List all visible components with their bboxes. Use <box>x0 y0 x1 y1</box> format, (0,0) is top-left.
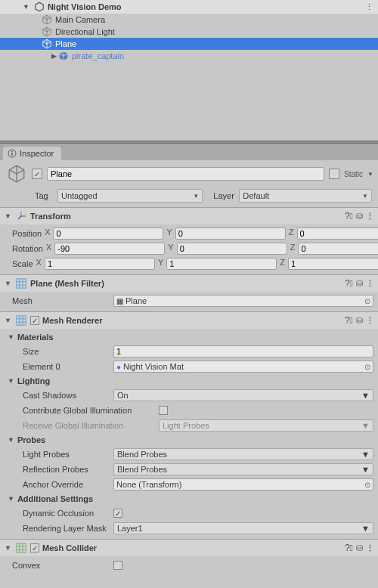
svg-rect-4 <box>17 316 26 325</box>
tab-inspector[interactable]: Inspector <box>3 147 61 160</box>
y-label: Y <box>166 227 172 240</box>
x-label: X <box>46 243 51 255</box>
additional-section[interactable]: ▼Additional Settings <box>5 492 373 506</box>
layer-value: Default <box>243 191 269 200</box>
svg-rect-3 <box>17 279 26 288</box>
component-mesh-renderer: ▼ Mesh Renderer ?⃝ ⛁ ⋮ ▼Materials Size E… <box>0 311 378 539</box>
component-title: Plane (Mesh Filter) <box>30 279 342 288</box>
dynamic-occlusion-checkbox[interactable] <box>113 509 122 518</box>
tag-label: Tag <box>35 191 54 200</box>
mesh-filter-header[interactable]: ▼ Plane (Mesh Filter) ?⃝ ⛁ ⋮ <box>0 275 378 292</box>
component-menu-icon[interactable]: ⋮ <box>366 279 373 289</box>
tag-value: Untagged <box>61 191 98 200</box>
mesh-collider-enabled-checkbox[interactable] <box>30 543 39 552</box>
convex-label: Convex <box>5 561 110 570</box>
light-probes-dropdown[interactable]: Blend Probes▼ <box>113 448 373 460</box>
x-label: X <box>45 227 50 240</box>
gameobject-icon <box>42 14 52 25</box>
rgi-label: Receive Global Illumination <box>5 421 156 430</box>
rotation-z-input[interactable] <box>298 243 378 255</box>
position-x-input[interactable] <box>53 227 163 240</box>
transform-header[interactable]: ▼ Transform ?⃝ ⛁ ⋮ <box>0 208 378 224</box>
scene-menu-icon[interactable]: ⋮ <box>365 2 373 12</box>
component-menu-icon[interactable]: ⋮ <box>366 543 373 553</box>
component-mesh-collider: ▼ Mesh Collider ?⃝ ⛁ ⋮ Convex <box>0 539 378 576</box>
probes-section[interactable]: ▼Probes <box>5 433 373 447</box>
foldout-icon[interactable]: ▼ <box>5 544 12 552</box>
materials-element-field[interactable]: ●Night Vision Mat ⊙ <box>113 361 373 373</box>
materials-section[interactable]: ▼Materials <box>5 330 373 344</box>
scale-x-input[interactable] <box>45 258 155 270</box>
foldout-icon[interactable]: ▼ <box>5 280 12 287</box>
preset-icon[interactable]: ⛁ <box>356 279 363 289</box>
position-z-input[interactable] <box>297 227 378 240</box>
tag-dropdown[interactable]: Untagged▼ <box>57 189 203 203</box>
preset-icon[interactable]: ⛁ <box>356 543 363 553</box>
x-label: X <box>36 258 42 270</box>
scale-z-input[interactable] <box>288 258 378 270</box>
component-menu-icon[interactable]: ⋮ <box>366 212 373 221</box>
component-menu-icon[interactable]: ⋮ <box>366 316 373 326</box>
mesh-collider-header[interactable]: ▼ Mesh Collider ?⃝ ⛁ ⋮ <box>0 540 378 556</box>
reflection-probes-dropdown[interactable]: Blend Probes▼ <box>113 463 373 475</box>
mesh-value: Plane <box>125 296 147 305</box>
help-icon[interactable]: ?⃝ <box>345 211 353 221</box>
svg-rect-5 <box>17 543 26 552</box>
position-y-input[interactable] <box>175 227 286 240</box>
anchor-override-field[interactable]: None (Transform) ⊙ <box>113 478 373 491</box>
mesh-collider-icon <box>15 542 27 554</box>
lighting-section[interactable]: ▼Lighting <box>5 374 373 388</box>
hierarchy-item-camera[interactable]: Main Camera <box>0 14 378 26</box>
transform-icon <box>15 210 27 222</box>
component-title: Mesh Collider <box>42 543 342 552</box>
gameobject-icon <box>42 26 52 37</box>
component-title: Mesh Renderer <box>42 316 342 325</box>
light-probes-label: Light Probes <box>5 450 110 459</box>
convex-checkbox[interactable] <box>113 561 122 570</box>
help-icon[interactable]: ?⃝ <box>345 543 353 553</box>
cgi-checkbox[interactable] <box>159 406 168 415</box>
object-selector-icon[interactable]: ⊙ <box>364 297 370 305</box>
hierarchy-item-light[interactable]: Directional Light <box>0 26 378 38</box>
z-label: Z <box>289 227 294 240</box>
mesh-icon <box>15 277 27 289</box>
hierarchy-item-pirate[interactable]: ▶ pirate_captain <box>0 50 378 62</box>
reflection-probes-label: Reflection Probes <box>5 465 110 474</box>
layer-dropdown[interactable]: Default▼ <box>239 189 372 203</box>
z-label: Z <box>280 258 285 270</box>
mesh-renderer-header[interactable]: ▼ Mesh Renderer ?⃝ ⛁ ⋮ <box>0 312 378 329</box>
component-mesh-filter: ▼ Plane (Mesh Filter) ?⃝ ⛁ ⋮ Mesh ▦Plane… <box>0 274 378 311</box>
materials-size-input[interactable] <box>113 345 373 357</box>
preset-icon[interactable]: ⛁ <box>356 316 363 326</box>
rendering-layer-mask-dropdown[interactable]: Layer1▼ <box>113 522 373 534</box>
object-selector-icon[interactable]: ⊙ <box>364 481 370 489</box>
foldout-icon[interactable]: ▼ <box>23 3 29 11</box>
rotation-x-input[interactable] <box>54 243 165 255</box>
rotation-y-input[interactable] <box>177 243 287 255</box>
gameobject-icon[interactable] <box>6 163 27 184</box>
scale-y-input[interactable] <box>166 258 277 270</box>
cast-shadows-dropdown[interactable]: On▼ <box>113 389 373 401</box>
mesh-grid-icon: ▦ <box>116 297 123 305</box>
scene-header[interactable]: ▼ Night Vision Demo ⋮ <box>0 0 378 14</box>
help-icon[interactable]: ?⃝ <box>345 278 353 289</box>
info-icon <box>8 149 17 158</box>
help-icon[interactable]: ?⃝ <box>345 315 353 326</box>
prefab-icon <box>58 51 69 61</box>
hierarchy-item-plane[interactable]: Plane <box>0 38 378 50</box>
static-dropdown-icon[interactable]: ▼ <box>367 171 373 178</box>
component-transform: ▼ Transform ?⃝ ⛁ ⋮ Position X Y Z Rotati… <box>0 207 378 274</box>
foldout-icon[interactable]: ▶ <box>51 52 57 60</box>
gameobject-name-field[interactable] <box>47 167 324 181</box>
active-checkbox[interactable] <box>32 169 42 179</box>
hierarchy-item-label: Directional Light <box>55 27 115 36</box>
foldout-icon[interactable]: ▼ <box>5 317 12 324</box>
materials-size-label: Size <box>5 347 110 356</box>
unity-logo-icon <box>34 2 45 12</box>
object-selector-icon[interactable]: ⊙ <box>364 363 370 371</box>
mesh-renderer-enabled-checkbox[interactable] <box>30 316 39 325</box>
mesh-field[interactable]: ▦Plane ⊙ <box>113 295 373 307</box>
preset-icon[interactable]: ⛁ <box>356 212 363 221</box>
foldout-icon[interactable]: ▼ <box>5 212 12 220</box>
static-checkbox[interactable] <box>329 169 339 179</box>
